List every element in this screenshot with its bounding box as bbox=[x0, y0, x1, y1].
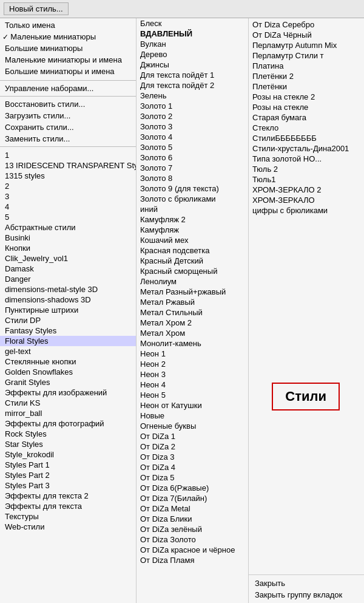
right-style-item[interactable]: Стекло bbox=[249, 123, 364, 133]
middle-style-item[interactable]: Золото 8 bbox=[136, 173, 248, 183]
middle-style-item[interactable]: Золото 3 bbox=[136, 121, 248, 132]
middle-style-item[interactable]: Красная подсветка bbox=[136, 245, 248, 256]
left-style-item[interactable]: Стеклянные кнопки bbox=[0, 356, 136, 367]
view-option-small-thumbnails[interactable]: Маленькие миниатюры bbox=[0, 31, 136, 43]
middle-style-item[interactable]: Золото 2 bbox=[136, 111, 248, 121]
left-style-item[interactable]: Style_krokodil bbox=[0, 449, 136, 460]
middle-style-item[interactable]: ВДАВЛЕНЫЙ bbox=[136, 29, 248, 39]
middle-style-item[interactable]: Метал Ржавый bbox=[136, 297, 248, 307]
left-style-item[interactable]: Star Styles bbox=[0, 439, 136, 449]
manage-sets-button[interactable]: Управление наборами... bbox=[0, 83, 136, 94]
middle-style-item[interactable]: От Diza 6(Ржавые) bbox=[136, 483, 248, 493]
view-option-small-with-names[interactable]: Маленькие миниатюры и имена bbox=[0, 54, 136, 66]
right-style-item[interactable]: Тюль 2 bbox=[249, 164, 364, 174]
left-style-item[interactable]: Текстуры bbox=[0, 511, 136, 522]
middle-style-item[interactable]: Метал Разный+ржавый bbox=[136, 287, 248, 297]
left-style-item[interactable]: gel-text bbox=[0, 346, 136, 356]
middle-style-item[interactable]: Неон от Катушки bbox=[136, 400, 248, 411]
left-style-item[interactable]: Эффекты для текста bbox=[0, 501, 136, 511]
middle-style-item[interactable]: Метал Хром bbox=[136, 328, 248, 338]
middle-style-item[interactable]: От Diza 5 bbox=[136, 472, 248, 483]
save-styles-button[interactable]: Сохранить стили... bbox=[0, 121, 136, 133]
close-group-button[interactable]: Закрыть группу вкладок bbox=[252, 589, 360, 601]
left-style-item[interactable]: Businki bbox=[0, 233, 136, 243]
middle-style-item[interactable]: От Diza Пламя bbox=[136, 555, 248, 565]
left-style-item[interactable]: Damask bbox=[0, 264, 136, 274]
load-styles-button[interactable]: Загрузить стили... bbox=[0, 110, 136, 121]
left-style-item[interactable]: Clik_Jewelry_vol1 bbox=[0, 253, 136, 264]
middle-style-item[interactable]: Блеск bbox=[136, 18, 248, 29]
right-style-item[interactable]: От DiZa Чёрный bbox=[249, 30, 364, 40]
left-style-item[interactable]: Кнопки bbox=[0, 243, 136, 253]
right-style-item[interactable]: Тюль1 bbox=[249, 174, 364, 185]
left-style-item[interactable]: Эффекты для изображений bbox=[0, 387, 136, 398]
left-style-item[interactable]: 3 bbox=[0, 191, 136, 202]
middle-style-item[interactable]: От DiZa 2 bbox=[136, 441, 248, 452]
middle-style-item[interactable]: От Diza Блики bbox=[136, 514, 248, 524]
middle-style-item[interactable]: Неон 1 bbox=[136, 349, 248, 359]
right-style-item[interactable]: цифры с брюликами bbox=[249, 205, 364, 216]
right-style-item[interactable]: ХРОМ-ЗЕРКАЛО bbox=[249, 195, 364, 205]
middle-style-item[interactable]: От DiZa 4 bbox=[136, 462, 248, 472]
right-style-item[interactable]: СтилиББББББББ bbox=[249, 133, 364, 143]
middle-style-item[interactable]: Золото с брюликами bbox=[136, 194, 248, 204]
left-style-item[interactable]: Стили DP bbox=[0, 315, 136, 325]
right-style-item[interactable]: Розы на стекле 2 bbox=[249, 92, 364, 102]
right-style-item[interactable]: От Diza Серебро bbox=[249, 19, 364, 30]
right-style-item[interactable]: Плетёнки 2 bbox=[249, 71, 364, 81]
left-style-item[interactable]: Абстрактные стили bbox=[0, 222, 136, 233]
middle-style-item[interactable]: Золото 1 bbox=[136, 101, 248, 111]
left-style-item[interactable]: Granit Styles bbox=[0, 377, 136, 387]
middle-style-item[interactable]: Дерево bbox=[136, 49, 248, 60]
left-style-item[interactable]: Floral Styles bbox=[0, 336, 136, 346]
left-style-item[interactable]: Rock Styles bbox=[0, 429, 136, 439]
left-style-item[interactable]: 1315 styles bbox=[0, 171, 136, 181]
middle-style-item[interactable]: Кошачий мех bbox=[136, 235, 248, 245]
middle-style-item[interactable]: Неон 4 bbox=[136, 380, 248, 390]
right-style-item[interactable]: Перламутр Стили т bbox=[249, 50, 364, 61]
left-style-item[interactable]: 5 bbox=[0, 212, 136, 222]
replace-styles-button[interactable]: Заменить стили... bbox=[0, 133, 136, 145]
left-style-item[interactable]: Styles Part 2 bbox=[0, 470, 136, 480]
left-style-item[interactable]: 2 bbox=[0, 181, 136, 191]
middle-style-item[interactable]: Камуфляж bbox=[136, 225, 248, 235]
middle-style-item[interactable]: иний bbox=[136, 204, 248, 214]
middle-style-item[interactable]: Ленолиум bbox=[136, 276, 248, 287]
left-style-item[interactable]: 4 bbox=[0, 202, 136, 212]
right-style-item[interactable]: Типа золотой НО... bbox=[249, 154, 364, 164]
middle-style-item[interactable]: Камуфляж 2 bbox=[136, 214, 248, 225]
middle-style-item[interactable]: Метал Хром 2 bbox=[136, 318, 248, 328]
left-style-item[interactable]: mirror_ball bbox=[0, 408, 136, 418]
middle-style-item[interactable]: Монолит-камень bbox=[136, 338, 248, 349]
new-style-button[interactable]: Новый стиль... bbox=[4, 2, 69, 15]
middle-style-item[interactable]: От DiZa зелёный bbox=[136, 524, 248, 534]
middle-style-item[interactable]: Огненые буквы bbox=[136, 421, 248, 431]
middle-style-item[interactable]: От Diza 7(Билайн) bbox=[136, 493, 248, 503]
middle-style-item[interactable]: Новые bbox=[136, 411, 248, 421]
left-style-item[interactable]: dimensions-shadows 3D bbox=[0, 295, 136, 305]
left-style-item[interactable]: dimensions-metal-style 3D bbox=[0, 284, 136, 295]
middle-style-item[interactable]: Для текста пойдёт 2 bbox=[136, 80, 248, 90]
middle-style-item[interactable]: От Diza Золото bbox=[136, 534, 248, 545]
middle-style-item[interactable]: Неон 3 bbox=[136, 369, 248, 380]
middle-style-item[interactable]: От DiZa Metal bbox=[136, 503, 248, 514]
middle-style-item[interactable]: Красный Детский bbox=[136, 256, 248, 266]
middle-style-item[interactable]: Неон 5 bbox=[136, 390, 248, 400]
right-style-item[interactable]: Платина bbox=[249, 61, 364, 71]
middle-style-item[interactable]: От DiZa красное и чёрное bbox=[136, 545, 248, 555]
middle-style-item[interactable]: Золото 6 bbox=[136, 152, 248, 163]
middle-style-item[interactable]: Красный сморщеный bbox=[136, 266, 248, 276]
left-style-item[interactable]: Стили KS bbox=[0, 398, 136, 408]
left-style-item[interactable]: Эффекты для фотографий bbox=[0, 418, 136, 429]
left-style-item[interactable]: Styles Part 3 bbox=[0, 480, 136, 491]
restore-styles-button[interactable]: Восстановить стили... bbox=[0, 98, 136, 110]
view-option-large-thumbnails[interactable]: Большие миниатюры bbox=[0, 43, 136, 54]
middle-style-item[interactable]: Для текста пойдёт 1 bbox=[136, 70, 248, 80]
middle-style-item[interactable]: Метал Стильный bbox=[136, 307, 248, 318]
right-style-item[interactable]: Розы на стекле bbox=[249, 102, 364, 112]
right-style-item[interactable]: Перламутр Autumn Mix bbox=[249, 40, 364, 50]
left-style-item[interactable]: 1 bbox=[0, 150, 136, 160]
middle-style-item[interactable]: Золото 5 bbox=[136, 142, 248, 152]
middle-style-item[interactable]: Джинсы bbox=[136, 60, 248, 70]
middle-style-item[interactable]: От Diza 3 bbox=[136, 452, 248, 462]
